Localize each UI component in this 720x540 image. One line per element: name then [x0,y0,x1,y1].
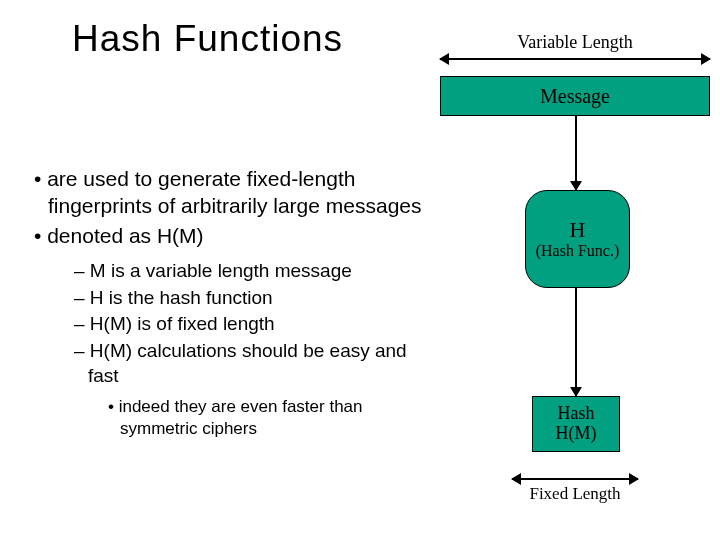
message-label: Message [540,85,610,108]
content-text: are used to generate fixed-length finger… [30,165,430,441]
fixed-length-label: Fixed Length [520,484,630,504]
subsub-bullet-1: indeed they are even faster than symmetr… [104,396,430,440]
hash-output-box: Hash H(M) [532,396,620,452]
variable-length-label: Variable Length [455,32,695,53]
sub-bullet-3: H(M) is of fixed length [70,312,430,337]
sub-bullet-2: H is the hash function [70,286,430,311]
arrow-down-icon [575,288,577,396]
hash-func-sub: (Hash Func.) [536,242,620,260]
hash-function-box: H (Hash Func.) [525,190,630,288]
bullet-2: denoted as H(M) [30,222,430,249]
sub-list: M is a variable length message H is the … [70,259,430,441]
hash-out-line2: H(M) [556,424,597,444]
sub-bullet-1: M is a variable length message [70,259,430,284]
arrow-down-icon [575,116,577,190]
sub-sub-list: indeed they are even faster than symmetr… [104,396,430,440]
message-box: Message [440,76,710,116]
double-arrow-icon [512,478,638,480]
slide-title: Hash Functions [72,18,343,60]
bullet-1: are used to generate fixed-length finger… [30,165,430,220]
hash-func-h: H [570,218,586,242]
hash-out-line1: Hash [558,404,595,424]
double-arrow-icon [440,58,710,60]
hash-diagram: Variable Length Message H (Hash Func.) H… [440,32,710,502]
sub-bullet-4: H(M) calculations should be easy and fas… [70,339,430,388]
